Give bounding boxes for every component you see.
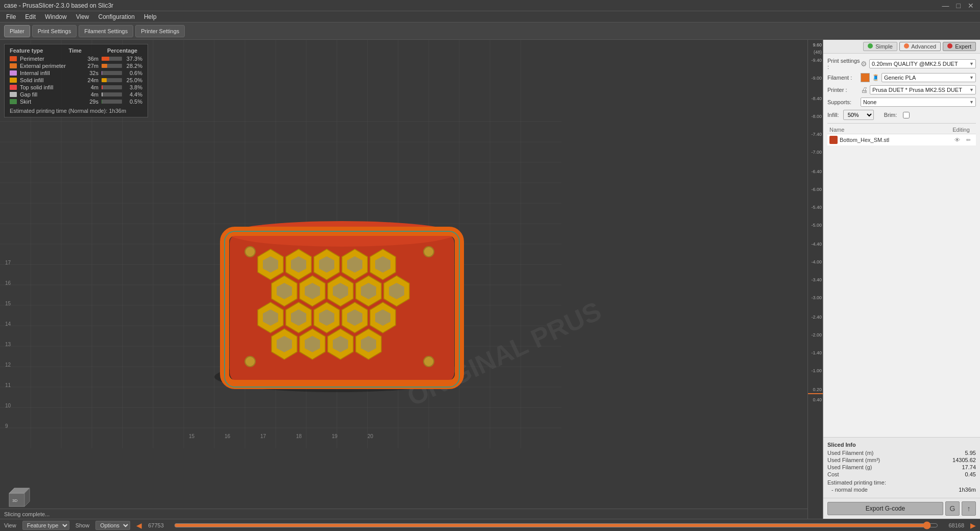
objects-table-body: Bottom_Hex_SM.stl 👁 ✏ — [827, 134, 976, 146]
feature-time: 27m — [84, 63, 99, 69]
print-settings-label: Print settings : — [827, 58, 861, 70]
supports-select[interactable]: None — [861, 98, 976, 107]
edit-button[interactable]: ✏ — [963, 137, 974, 143]
est-time-mode-label: - normal mode — [827, 487, 868, 493]
feature-name: Top solid infill — [20, 84, 81, 90]
sliced-info-row: Used Filament (g) 17.74 — [827, 464, 976, 470]
infill-control: 50% — [843, 110, 874, 120]
feature-name: External perimeter — [20, 63, 81, 69]
feature-bar-fill — [102, 85, 103, 89]
menu-view[interactable]: View — [72, 12, 93, 21]
slider-left-arrow[interactable]: ◀ — [136, 521, 142, 529]
printer-select[interactable]: Prusa DUET * Prusa MK2.5S DUET — [870, 85, 976, 94]
object-name: Bottom_Hex_SM.stl — [840, 137, 951, 143]
maximize-button[interactable]: □ — [954, 2, 963, 10]
feature-name: Solid infill — [20, 77, 81, 83]
printer-row: Printer : 🖨 Prusa DUET * Prusa MK2.5S DU… — [827, 85, 976, 94]
mode-selector: Simple Advanced Expert — [823, 40, 980, 54]
simple-mode-button[interactable]: Simple — [863, 42, 897, 51]
feature-name: Gap fill — [20, 91, 81, 98]
feature-bar-fill — [102, 78, 107, 82]
editing-column-header: Editing — [948, 127, 974, 133]
show-select[interactable]: Options — [95, 521, 130, 530]
menu-file[interactable]: File — [2, 12, 20, 21]
supports-control: None ▼ — [861, 98, 976, 107]
est-time-mode-row: - normal mode 1h36m — [827, 487, 976, 493]
ruler: 9.60 (48) -9.40 -9.00 -8.40 -8.00 -7.40 … — [807, 40, 823, 519]
close-button[interactable]: ✕ — [966, 2, 976, 10]
infill-select[interactable]: 50% — [843, 110, 874, 120]
menu-edit[interactable]: Edit — [21, 12, 40, 21]
feature-name: Perimeter — [20, 56, 81, 62]
filament-select[interactable]: Generic PLA — [881, 73, 976, 82]
filament-color-swatch[interactable] — [861, 73, 870, 82]
stats-row: Perimeter 36m 37.3% — [10, 56, 142, 62]
settings-area: Print settings : ⚙ 0.20mm QUALITY @MK2.5… — [823, 54, 980, 437]
gcode-icon-button[interactable]: G — [945, 501, 960, 516]
svg-text:9: 9 — [5, 423, 8, 429]
stats-row: External perimeter 27m 28.2% — [10, 63, 142, 69]
svg-point-82 — [424, 356, 434, 367]
supports-row: Supports: None ▼ — [827, 98, 976, 107]
menu-help[interactable]: Help — [140, 12, 161, 21]
name-column-header: Name — [829, 127, 948, 133]
sliced-info-label: Cost — [827, 471, 839, 477]
window-title: case - PrusaSlicer-2.3.0 based on Slic3r — [4, 2, 113, 9]
printer-label: Printer : — [827, 87, 861, 93]
percentage-header: Percentage — [107, 47, 137, 54]
feature-time: 32s — [84, 70, 99, 76]
tab-plater[interactable]: Plater — [4, 25, 30, 37]
view-cube[interactable]: 3D — [4, 483, 33, 512]
slider-right-arrow[interactable]: ▶ — [970, 521, 976, 529]
estimated-time: Estimated printing time (Normal mode): 1… — [10, 108, 142, 114]
menu-configuration[interactable]: Configuration — [94, 12, 139, 21]
feature-bar-fill — [102, 64, 107, 68]
tab-printer-settings[interactable]: Printer Settings — [135, 25, 185, 37]
sliced-info-label: Used Filament (m) — [827, 450, 873, 456]
feature-bar-bg — [102, 57, 122, 61]
view-label: View — [4, 522, 16, 528]
feature-bar-fill — [102, 92, 103, 96]
stats-row: Gap fill 4m 4.4% — [10, 91, 142, 98]
print-settings-select[interactable]: 0.20mm QUALITY @MK2.5 DUET — [869, 59, 976, 68]
send-icon-button[interactable]: ↑ — [962, 501, 976, 516]
svg-text:12: 12 — [5, 362, 11, 368]
feature-color-swatch — [10, 78, 17, 83]
advanced-label: Advanced — [911, 43, 936, 50]
svg-text:13: 13 — [5, 342, 11, 347]
layer-slider[interactable] — [174, 521, 939, 529]
feature-pct: 28.2% — [125, 63, 142, 69]
window-controls[interactable]: — □ ✕ — [940, 2, 976, 10]
svg-text:15: 15 — [189, 433, 195, 439]
expert-mode-button[interactable]: Expert — [943, 42, 976, 51]
menu-window[interactable]: Window — [41, 12, 71, 21]
export-gcode-button[interactable]: Export G-code — [827, 502, 943, 515]
est-time-value: 1h36m — [959, 487, 976, 493]
table-row[interactable]: Bottom_Hex_SM.stl 👁 ✏ — [827, 134, 976, 146]
svg-text:10: 10 — [5, 403, 11, 408]
advanced-mode-button[interactable]: Advanced — [899, 42, 941, 51]
estimated-printing-time-section: Estimated printing time: - normal mode 1… — [827, 479, 976, 493]
feature-bar-bg — [102, 100, 122, 104]
brim-checkbox[interactable] — [903, 112, 910, 118]
visibility-toggle[interactable]: 👁 — [951, 137, 963, 143]
viewport[interactable]: ORIGINAL PRUS — [0, 40, 807, 519]
tab-filament-settings[interactable]: Filament Settings — [79, 25, 133, 37]
filament-control: 🧵 Generic PLA ▼ — [861, 73, 976, 82]
stats-row: Top solid infill 4m 3.8% — [10, 84, 142, 90]
printer-control: 🖨 Prusa DUET * Prusa MK2.5S DUET ▼ — [861, 85, 976, 94]
stats-rows: Perimeter 36m 37.3% External perimeter 2… — [10, 56, 142, 105]
feature-stats-panel: Feature type Time Percentage Perimeter 3… — [4, 44, 148, 117]
feature-color-swatch — [10, 92, 17, 97]
objects-section: Name Editing Bottom_Hex_SM.stl 👁 ✏ — [827, 123, 976, 146]
tab-print-settings[interactable]: Print Settings — [32, 25, 77, 37]
feature-time: 36m — [84, 56, 99, 62]
stats-row: Skirt 29s 0.5% — [10, 99, 142, 105]
sliced-info-label: Used Filament (mm³) — [827, 457, 880, 463]
svg-point-81 — [245, 356, 255, 367]
print-settings-icon: ⚙ — [861, 60, 867, 68]
minimize-button[interactable]: — — [940, 2, 951, 10]
view-select[interactable]: Feature type Line type Height Speed — [22, 521, 69, 530]
feature-bar-bg — [102, 64, 122, 68]
stats-row: Solid infill 24m 25.0% — [10, 77, 142, 83]
